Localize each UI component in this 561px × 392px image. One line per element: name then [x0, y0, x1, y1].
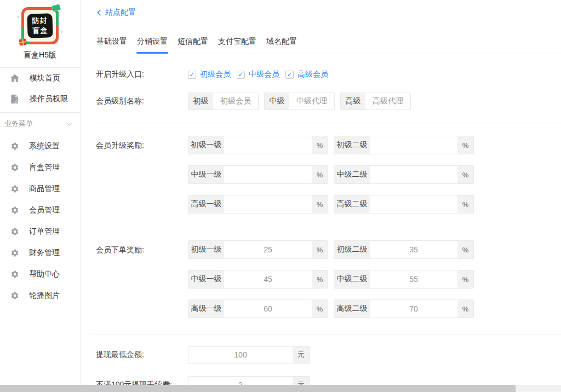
min-withdraw-input[interactable]: [188, 347, 293, 363]
checkbox-junior-member[interactable]: ✓ 初级会员: [188, 70, 231, 79]
section-divider: [90, 123, 561, 123]
checkbox-intermediate-member[interactable]: ✓ 中级会员: [237, 70, 279, 79]
sidebar-item-help-center[interactable]: 帮助中心: [0, 263, 80, 285]
percent-unit-label: %: [312, 195, 328, 213]
reward-percent-input[interactable]: [224, 136, 312, 154]
sidebar-item-label: 商品管理: [29, 184, 60, 194]
reward-percent-input[interactable]: [370, 300, 457, 318]
input-prefix-label: 中级二级: [334, 270, 370, 288]
input-prefix-label: 初级二级: [334, 241, 370, 258]
percent-unit-label: %: [457, 195, 473, 213]
chevron-left-icon: [96, 9, 102, 16]
reward-percent-input[interactable]: [370, 195, 457, 213]
sidebar-item-system-settings[interactable]: 系统设置: [0, 135, 80, 157]
gear-icon: [10, 206, 19, 215]
reward-percent-input[interactable]: [224, 195, 312, 213]
reward-percent-input[interactable]: [224, 270, 312, 288]
breadcrumb-label: 站点配置: [105, 8, 136, 18]
horizontal-scrollbar-thumb[interactable]: [0, 385, 516, 392]
input-prefix-label: 中级: [265, 93, 289, 109]
chevron-down-icon: [66, 120, 73, 128]
sidebar-item-product-management[interactable]: 商品管理: [0, 178, 80, 199]
reward-percent-input[interactable]: [224, 241, 312, 258]
checkbox-checked-icon: ✓: [285, 71, 294, 79]
checkbox-senior-member[interactable]: ✓ 高级会员: [285, 70, 328, 79]
input-prefix-label: 高级: [341, 93, 365, 109]
horizontal-scrollbar: [0, 385, 561, 392]
reward-percent-input[interactable]: [224, 300, 312, 318]
sidebar-item-label: 订单管理: [29, 227, 60, 237]
currency-unit-label: 元: [293, 347, 310, 363]
sidebar-item-order-management[interactable]: 订单管理: [0, 221, 80, 242]
reward-input-group: 中级二级 %: [334, 165, 474, 184]
reward-percent-input[interactable]: [370, 136, 457, 154]
level-name-input[interactable]: [289, 93, 334, 109]
breadcrumb-back-site-config[interactable]: 站点配置: [96, 8, 136, 18]
percent-unit-label: %: [457, 136, 473, 154]
percent-unit-label: %: [312, 241, 328, 258]
tab-sms-config[interactable]: 短信配置: [177, 37, 209, 54]
tab-domain-config[interactable]: 域名配置: [266, 37, 297, 54]
gear-icon: [10, 185, 19, 193]
sidebar-item-carousel-images[interactable]: 轮播图片: [0, 285, 80, 306]
input-prefix-label: 中级二级: [334, 166, 370, 183]
sidebar-item-label: 财务管理: [29, 248, 60, 258]
form-section-upgrade-rewards: 会员升级奖励: 初级一级 % 初级二级 % 中级一: [96, 136, 561, 214]
form-row-min-withdraw: 提现最低金额: 元: [96, 346, 561, 364]
input-prefix-label: 中级一级: [188, 270, 224, 288]
reward-percent-input[interactable]: [224, 166, 312, 183]
input-prefix-label: 高级二级: [334, 195, 370, 213]
reward-percent-input[interactable]: [370, 270, 457, 288]
level-name-groups: 初级 中级 高级: [188, 93, 411, 110]
reward-rows: 初级一级 % 初级二级 % 中级一级 %: [188, 136, 474, 214]
checkbox-checked-icon: ✓: [188, 71, 196, 79]
reward-row: 中级一级 % 中级二级 %: [188, 270, 474, 289]
gear-icon: [10, 163, 19, 172]
sidebar-item-operator-permissions[interactable]: 操作员权限: [0, 89, 80, 109]
reward-input-group: 高级一级 %: [188, 195, 328, 214]
gear-icon: [10, 227, 19, 236]
percent-unit-label: %: [457, 300, 473, 318]
tab-alipay-config[interactable]: 支付宝配置: [217, 37, 257, 54]
section-divider: [90, 335, 561, 335]
app-name: 盲盒H5版: [0, 50, 80, 60]
sidebar-item-blindbox-management[interactable]: 盲盒管理: [0, 157, 80, 178]
tab-distribution-settings[interactable]: 分销设置: [136, 37, 168, 54]
parcel-icon: [51, 4, 61, 11]
sidebar-item-member-management[interactable]: 会员管理: [0, 199, 80, 221]
percent-unit-label: %: [457, 241, 473, 258]
reward-rows: 初级一级 % 初级二级 % 中级一级 %: [188, 240, 474, 318]
sidebar-item-finance-management[interactable]: 财务管理: [0, 242, 80, 263]
field-label: 提现最低金额:: [96, 350, 188, 360]
reward-input-group: 初级二级 %: [334, 136, 474, 154]
reward-percent-input[interactable]: [370, 241, 457, 258]
reward-input-group: 高级二级 %: [334, 195, 474, 214]
sidebar-item-module-home[interactable]: 模块首页: [0, 68, 80, 89]
input-prefix-label: 初级: [188, 93, 213, 109]
level-name-input[interactable]: [213, 93, 258, 109]
percent-unit-label: %: [457, 270, 473, 288]
reward-row: 中级一级 % 中级二级 %: [188, 165, 474, 184]
gift-icon: [19, 38, 27, 46]
sparkle-icon: ✦: [16, 15, 20, 20]
level-name-input[interactable]: [365, 93, 410, 109]
reward-percent-input[interactable]: [370, 166, 457, 183]
level-name-group: 初级: [188, 93, 259, 110]
reward-input-group: 高级二级 %: [334, 299, 474, 318]
logo-wordmark: 防封 盲盒: [27, 13, 53, 38]
form-section-order-rewards: 会员下单奖励: 初级一级 % 初级二级 % 中级一: [96, 240, 561, 318]
input-prefix-label: 初级一级: [188, 241, 224, 258]
reward-input-group: 初级一级 %: [188, 240, 328, 259]
checkbox-label: 初级会员: [200, 70, 231, 79]
admin-app: 防封 盲盒 ✦ ✦ 盲盒H5版 模块首页 操作员权限 业务菜单: [0, 0, 561, 392]
level-name-group: 中级: [264, 93, 335, 110]
sidebar-section-business-menu[interactable]: 业务菜单: [0, 113, 80, 129]
tab-basic-settings[interactable]: 基础设置: [96, 37, 128, 54]
reward-row: 高级一级 % 高级二级 %: [188, 299, 474, 318]
sidebar-item-label: 模块首页: [30, 73, 60, 83]
checkbox-group: ✓ 初级会员 ✓ 中级会员 ✓ 高级会员: [188, 70, 328, 79]
input-prefix-label: 中级一级: [188, 166, 224, 183]
sidebar-item-label: 轮播图片: [29, 291, 60, 301]
field-label: 会员升级奖励:: [96, 136, 188, 154]
checkbox-label: 中级会员: [249, 70, 279, 79]
